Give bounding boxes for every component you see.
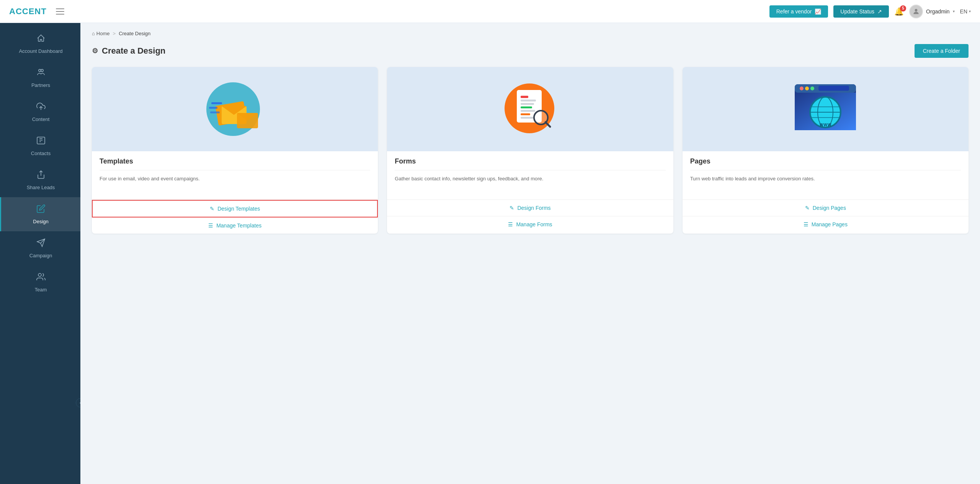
refer-vendor-button[interactable]: Refer a vendor 📈 bbox=[769, 5, 828, 18]
svg-rect-21 bbox=[521, 96, 528, 98]
hamburger-menu[interactable] bbox=[54, 7, 66, 16]
svg-point-33 bbox=[805, 87, 809, 90]
sidebar-label-contacts: Contacts bbox=[31, 150, 51, 156]
sidebar-item-contacts[interactable]: Contacts bbox=[0, 129, 80, 163]
list-icon-forms: ☰ bbox=[508, 221, 513, 227]
sidebar: Account Dashboard Partners Content Conta… bbox=[0, 23, 80, 484]
sidebar-item-account-dashboard[interactable]: Account Dashboard bbox=[0, 27, 80, 61]
navbar-right: Refer a vendor 📈 Update Status ↗ 🔔 5 Org… bbox=[769, 5, 971, 18]
forms-card-body: Forms Gather basic contact info, newslet… bbox=[387, 151, 673, 194]
pencil-square-icon: ✎ bbox=[210, 206, 214, 212]
pages-card-title: Pages bbox=[690, 157, 961, 170]
svg-rect-26 bbox=[521, 113, 530, 115]
home-breadcrumb-icon: ⌂ bbox=[92, 31, 95, 36]
sidebar-label-content: Content bbox=[32, 116, 50, 122]
templates-card-desc: For use in email, video and event campai… bbox=[100, 175, 370, 194]
svg-rect-16 bbox=[210, 111, 220, 113]
sidebar-label-partners: Partners bbox=[31, 82, 50, 88]
templates-card: Templates For use in email, video and ev… bbox=[92, 67, 378, 234]
breadcrumb-separator: > bbox=[113, 31, 116, 36]
design-templates-button[interactable]: ✎ Design Templates bbox=[92, 200, 378, 217]
svg-point-32 bbox=[800, 87, 804, 90]
sidebar-item-design[interactable]: Design bbox=[0, 197, 80, 231]
sidebar-label-account-dashboard: Account Dashboard bbox=[19, 48, 62, 54]
sidebar-item-team[interactable]: Team bbox=[0, 265, 80, 299]
gear-icon: ⚙ bbox=[92, 47, 98, 55]
home-icon bbox=[36, 34, 46, 45]
pencil-square-icon-pages: ✎ bbox=[805, 205, 810, 211]
sidebar-item-share-leads[interactable]: Share Leads bbox=[0, 163, 80, 197]
pages-card-actions: ✎ Design Pages ☰ Manage Pages bbox=[683, 199, 969, 232]
sidebar-item-campaign[interactable]: Campaign bbox=[0, 231, 80, 265]
campaign-icon bbox=[36, 238, 46, 250]
forms-card-image bbox=[387, 67, 673, 151]
notification-badge: 5 bbox=[900, 5, 906, 11]
svg-rect-24 bbox=[521, 106, 532, 108]
main-content: ⌂ Home > Create Design ⚙ Create a Design… bbox=[80, 23, 980, 484]
trend-icon: 📈 bbox=[815, 8, 821, 15]
sidebar-label-design: Design bbox=[33, 219, 48, 224]
update-status-button[interactable]: Update Status ↗ bbox=[833, 5, 889, 18]
svg-point-34 bbox=[810, 87, 814, 90]
list-icon-pages: ☰ bbox=[804, 221, 808, 227]
templates-card-image bbox=[92, 67, 378, 151]
sidebar-label-team: Team bbox=[35, 287, 47, 293]
create-folder-button[interactable]: Create a Folder bbox=[915, 44, 969, 58]
manage-forms-button[interactable]: ☰ Manage Forms bbox=[387, 216, 673, 232]
svg-rect-14 bbox=[211, 102, 222, 104]
sidebar-label-campaign: Campaign bbox=[29, 253, 52, 258]
svg-rect-15 bbox=[209, 107, 217, 109]
page-title: ⚙ Create a Design bbox=[92, 46, 165, 56]
user-menu[interactable]: Orgadmin ▾ bbox=[909, 5, 954, 18]
share-leads-icon bbox=[36, 170, 46, 182]
avatar bbox=[909, 5, 923, 18]
breadcrumb-current: Create Design bbox=[119, 31, 150, 36]
svg-rect-22 bbox=[521, 100, 536, 101]
breadcrumb-home[interactable]: ⌂ Home bbox=[92, 31, 110, 36]
pages-card-body: Pages Turn web traffic into leads and im… bbox=[683, 151, 969, 194]
templates-card-actions: ✎ Design Templates ☰ Manage Templates bbox=[92, 199, 378, 234]
sidebar-collapse-button[interactable]: ‹ bbox=[76, 398, 80, 407]
language-selector[interactable]: EN ▾ bbox=[960, 8, 971, 15]
svg-point-2 bbox=[41, 69, 43, 72]
design-pages-button[interactable]: ✎ Design Pages bbox=[683, 200, 969, 216]
svg-point-9 bbox=[38, 273, 41, 276]
design-forms-button[interactable]: ✎ Design Forms bbox=[387, 200, 673, 216]
forms-card-title: Forms bbox=[395, 157, 665, 170]
svg-point-1 bbox=[39, 69, 41, 72]
svg-rect-23 bbox=[521, 103, 534, 105]
svg-rect-35 bbox=[818, 86, 849, 91]
pages-card-image: WWW bbox=[683, 67, 969, 151]
layout: Account Dashboard Partners Content Conta… bbox=[0, 23, 980, 484]
chevron-down-icon: ▾ bbox=[953, 9, 955, 13]
notifications-button[interactable]: 🔔 5 bbox=[894, 7, 904, 16]
cards-grid: Templates For use in email, video and ev… bbox=[92, 67, 969, 234]
sidebar-item-partners[interactable]: Partners bbox=[0, 61, 80, 95]
templates-card-body: Templates For use in email, video and ev… bbox=[92, 151, 378, 194]
manage-templates-button[interactable]: ☰ Manage Templates bbox=[92, 217, 378, 234]
pages-card: WWW Pages Turn web traffic into leads an… bbox=[683, 67, 969, 234]
app-logo: ACCENT bbox=[9, 7, 47, 16]
svg-rect-25 bbox=[521, 110, 535, 112]
forms-card-actions: ✎ Design Forms ☰ Manage Forms bbox=[387, 199, 673, 232]
sidebar-label-share-leads: Share Leads bbox=[27, 185, 55, 190]
list-icon-templates: ☰ bbox=[208, 222, 213, 229]
team-icon bbox=[36, 272, 46, 284]
share-icon: ↗ bbox=[877, 8, 882, 15]
navbar: ACCENT Refer a vendor 📈 Update Status ↗ … bbox=[0, 0, 980, 23]
svg-text:WWW: WWW bbox=[820, 123, 831, 127]
lang-chevron-icon: ▾ bbox=[969, 9, 971, 13]
svg-rect-27 bbox=[521, 117, 534, 119]
contacts-icon bbox=[36, 136, 46, 147]
manage-pages-button[interactable]: ☰ Manage Pages bbox=[683, 216, 969, 232]
forms-card-desc: Gather basic contact info, newsletter si… bbox=[395, 175, 665, 194]
pencil-square-icon-forms: ✎ bbox=[510, 205, 514, 211]
partners-icon bbox=[36, 68, 46, 79]
sidebar-item-content[interactable]: Content bbox=[0, 95, 80, 129]
pages-card-desc: Turn web traffic into leads and improve … bbox=[690, 175, 961, 194]
svg-point-0 bbox=[915, 9, 918, 11]
breadcrumb: ⌂ Home > Create Design bbox=[92, 31, 969, 36]
user-name: Orgadmin bbox=[926, 8, 949, 15]
design-icon bbox=[36, 204, 46, 216]
content-icon bbox=[36, 102, 46, 113]
